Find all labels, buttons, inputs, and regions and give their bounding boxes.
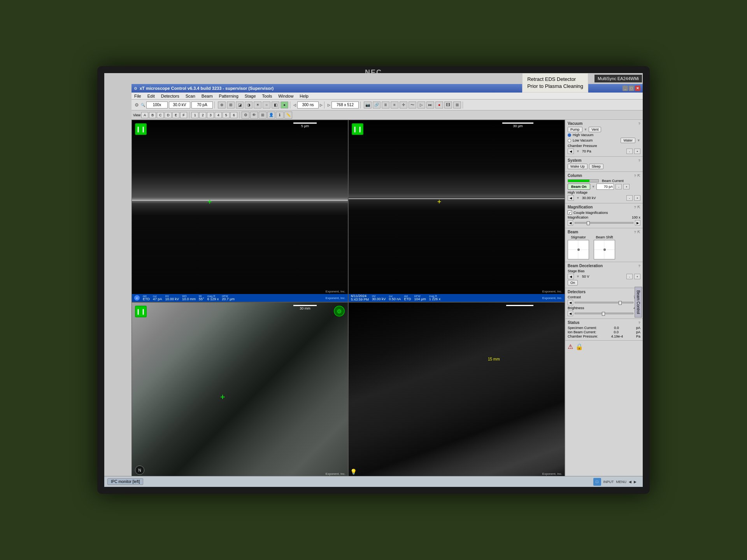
beam-on-dropdown[interactable]: ▼ [592, 185, 595, 189]
beam-shift-control[interactable] [594, 240, 615, 259]
light-bulb-icon[interactable]: 💡 [350, 469, 357, 475]
record-icon[interactable]: ● [435, 102, 443, 108]
wake-up-button[interactable]: Wake Up [568, 164, 587, 169]
wave-icon[interactable]: 〜 [409, 102, 416, 108]
sidebar-toggle[interactable]: ⚙ [242, 112, 249, 119]
vent-button[interactable]: Vent [589, 127, 601, 132]
brightness-left-btn[interactable]: ◀ [568, 311, 573, 316]
warning-icon[interactable]: ⚠ [568, 343, 573, 350]
hv-left-btn[interactable]: ◀ [568, 195, 574, 201]
play-icon[interactable]: ▷ [417, 102, 425, 108]
person-icon[interactable]: 👤 [267, 112, 275, 119]
mag-right-btn[interactable]: ▶ [635, 220, 640, 226]
pump-dropdown[interactable]: ▼ [584, 128, 587, 131]
stage-bias-left-btn[interactable]: ◀ [568, 274, 574, 279]
nav-b[interactable]: B [149, 112, 156, 118]
couple-mag-checkbox[interactable] [568, 210, 572, 215]
nav-d[interactable]: D [165, 112, 172, 118]
pause-btn-tr[interactable]: ❙❙ [352, 123, 363, 135]
view-icon2[interactable]: ⊞ [259, 112, 267, 119]
stage-bias-dropdown[interactable]: ▼ [576, 275, 580, 278]
brightness-icon[interactable]: ☀ [254, 102, 261, 108]
magnification-input[interactable] [146, 102, 168, 108]
nav-5[interactable]: 5 [223, 112, 230, 118]
move-icon[interactable]: ✛ [400, 102, 407, 108]
mag-left-btn[interactable]: ◀ [568, 220, 573, 226]
beam-decel-help[interactable]: ? [638, 264, 641, 268]
column-help[interactable]: ? [634, 174, 637, 178]
nav-6[interactable]: 6 [230, 112, 237, 118]
nav-a[interactable]: A [141, 112, 148, 118]
stage-bias-minus-btn[interactable]: - [626, 274, 633, 279]
fforward-icon[interactable]: ⏭ [426, 102, 434, 108]
grid-icon[interactable]: ⊞ [227, 102, 235, 108]
current-input[interactable] [191, 102, 213, 108]
tray-nav-left[interactable]: ◀ [629, 480, 631, 484]
close-button[interactable]: ✕ [635, 86, 640, 91]
menu-window[interactable]: Window [277, 94, 295, 98]
nav-e[interactable]: E [172, 112, 179, 118]
mag-expand[interactable]: ⇱ [637, 205, 640, 209]
menu-edit[interactable]: Edit [146, 94, 156, 98]
camera-icon[interactable]: 📷 [364, 102, 372, 108]
sleep-button[interactable]: Sleep [589, 164, 603, 169]
contrast-slider[interactable] [575, 302, 633, 303]
dashes-icon[interactable]: ≡ [391, 102, 398, 108]
dwell-input[interactable] [297, 102, 319, 108]
nav-4[interactable]: 4 [215, 112, 222, 118]
nav-2[interactable]: 2 [199, 112, 206, 118]
film-icon[interactable]: 🎞 [444, 102, 452, 108]
mag-help[interactable]: ? [634, 205, 637, 209]
crosshair-icon[interactable]: ⊕ [218, 102, 226, 108]
hdr-icon[interactable]: ◧ [272, 102, 279, 108]
nav-1[interactable]: 1 [191, 112, 198, 118]
water-dropdown[interactable]: ▼ [637, 138, 640, 142]
ruler-icon[interactable]: 📏 [284, 112, 292, 119]
status-help[interactable]: ? [638, 321, 641, 325]
hv-dropdown[interactable]: ▼ [576, 196, 580, 200]
water-button[interactable]: Water [621, 138, 635, 143]
minimize-button[interactable]: _ [622, 86, 628, 91]
menu-scan[interactable]: Scan [184, 94, 196, 98]
quad-icon[interactable]: ⊞ [453, 102, 461, 108]
view-toggle[interactable]: 👁 [250, 112, 258, 119]
nav-3[interactable]: 3 [207, 112, 214, 118]
link-icon[interactable]: 🔗 [373, 102, 381, 108]
pause-btn-bl[interactable]: ❙❙ [135, 306, 147, 317]
pause-icon[interactable]: ⏸ [382, 102, 389, 108]
panel-bottom-right[interactable]: 15 mm 💡 Exponent, Inc. 6/12/2024 [348, 302, 565, 485]
panel-top-right[interactable]: ❙❙ + 30 µm Exponent, Inc. [348, 120, 565, 302]
brightness-slider-thumb[interactable] [602, 312, 605, 316]
hv-plus-btn[interactable]: + [634, 195, 640, 201]
panel-bottom-left[interactable]: ❙❙ ⊙ + 30 mm [132, 302, 348, 485]
beam-control-tab[interactable]: Beam Control [635, 287, 642, 317]
tray-nav-right[interactable]: ▶ [634, 480, 637, 484]
low-vacuum-radio[interactable] [568, 139, 571, 142]
stage-bias-plus-btn[interactable]: + [634, 274, 640, 279]
pause-btn-tl[interactable]: ❙❙ [135, 123, 147, 135]
column-expand[interactable]: ⇱ [637, 174, 640, 178]
beam-on-button[interactable]: Beam On [568, 184, 590, 190]
pressure-left-btn[interactable]: ◀ [568, 149, 574, 154]
tray-monitor-icon[interactable]: □ [593, 478, 601, 486]
contrast-icon[interactable]: ◑ [245, 102, 253, 108]
hv-input[interactable] [169, 102, 190, 108]
info-icon[interactable]: ℹ [276, 112, 284, 119]
pressure-dropdown[interactable]: ▼ [576, 149, 580, 153]
circle-icon[interactable]: ○ [263, 102, 270, 108]
panel-top-left[interactable]: ❙❙ + 5 µm Exponent, Inc. [132, 120, 348, 302]
beam-help[interactable]: ? [634, 230, 637, 234]
menu-file[interactable]: File [133, 94, 142, 98]
taskbar-ipc[interactable]: IPC monitor [left] [107, 478, 143, 485]
menu-detectors[interactable]: Detectors [160, 94, 181, 98]
menu-patterning[interactable]: Patterning [218, 94, 240, 98]
menu-help[interactable]: Help [298, 94, 310, 98]
mag-slider-thumb[interactable] [587, 221, 590, 225]
pressure-plus-btn[interactable]: + [634, 149, 640, 154]
pump-button[interactable]: Pump [568, 127, 582, 132]
scan-icon[interactable]: ◪ [236, 102, 244, 108]
beam-current-plus[interactable]: + [623, 184, 630, 189]
hv-minus-btn[interactable]: - [626, 195, 633, 201]
beam-expand[interactable]: ⇱ [637, 230, 640, 234]
maximize-button[interactable]: □ [629, 86, 634, 91]
